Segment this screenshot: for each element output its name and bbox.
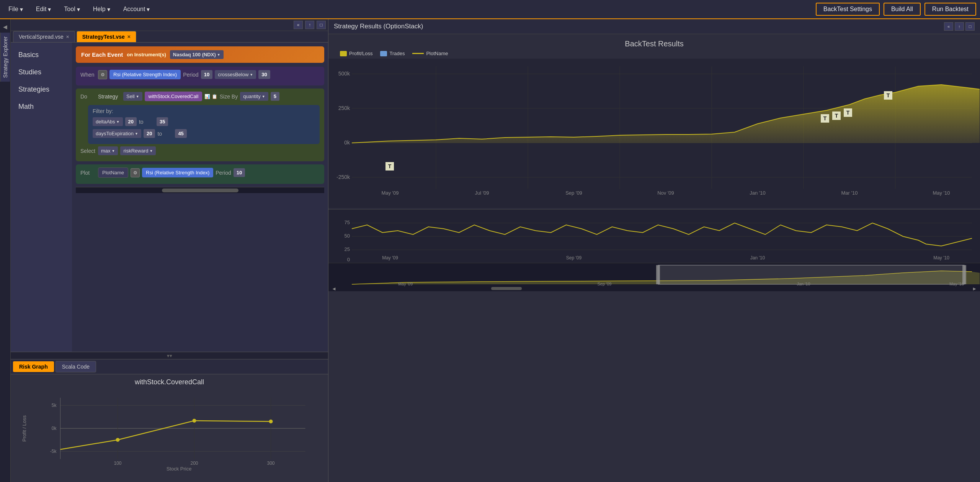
tab-risk-graph[interactable]: Risk Graph (13, 361, 54, 372)
up-left-btn[interactable]: ↑ (305, 21, 314, 29)
risk-reward-dropdown[interactable]: riskReward (120, 146, 156, 155)
left-panel: « ↑ □ VerticalSpread.vse ✕ StrategyTest.… (11, 19, 328, 482)
rsi-plot-block[interactable]: Rsi (Relative Strength Index) (142, 168, 213, 177)
svg-text:May '10: May '10 (933, 255, 949, 261)
for-each-block: For Each Event on Instrument(s) Nasdaq 1… (76, 46, 324, 63)
days-from[interactable]: 20 (144, 129, 155, 138)
menu-account[interactable]: Account ▾ (119, 3, 155, 15)
plot-block: Plot PlotName ⚙ Rsi (Relative Strength I… (76, 164, 324, 184)
tab-close-verticalspread[interactable]: ✕ (66, 34, 69, 39)
nav-basics[interactable]: Basics (11, 46, 72, 64)
collapse-right-btn[interactable]: « (944, 22, 953, 31)
up-right-btn[interactable]: ↑ (955, 22, 964, 31)
x-axis-label: Stock Price (34, 466, 324, 472)
svg-text:Sep '09: Sep '09 (565, 190, 582, 196)
svg-text:200: 200 (190, 461, 198, 466)
risk-graph-title: withStock.CoveredCall (15, 378, 324, 386)
svg-text:-5k: -5k (50, 449, 57, 454)
maximize-right-btn[interactable]: □ (965, 22, 975, 31)
sell-dropdown[interactable]: Sell (123, 92, 142, 101)
svg-text:Sep '09: Sep '09 (566, 255, 582, 261)
when-gear[interactable]: ⚙ (98, 70, 107, 79)
days-to[interactable]: 45 (175, 129, 186, 138)
period2-value[interactable]: 10 (234, 168, 245, 177)
risk-graph-area: withStock.CoveredCall Profit / Loss (11, 374, 328, 482)
tab-bar: VerticalSpread.vse ✕ StrategyTest.vse ✕ (11, 31, 328, 43)
tab-strategytest[interactable]: StrategyTest.vse ✕ (77, 31, 136, 42)
delta-from[interactable]: 20 (125, 117, 137, 126)
legend-trades-box (380, 51, 387, 56)
menu-tool[interactable]: Tool ▾ (59, 3, 84, 15)
svg-text:Jul '09: Jul '09 (475, 190, 489, 196)
nav-strategies[interactable]: Strategies (11, 81, 72, 98)
maximize-left-btn[interactable]: □ (317, 21, 326, 29)
crosses-below-value[interactable]: 30 (258, 70, 270, 79)
backtest-settings-button[interactable]: BackTest Settings (816, 3, 880, 16)
qty-value[interactable]: 5 (271, 92, 279, 101)
block-container: For Each Event on Instrument(s) Nasdaq 1… (76, 46, 324, 184)
svg-point-8 (116, 438, 120, 442)
svg-text:500k: 500k (338, 70, 350, 77)
canvas-scrollbar[interactable] (76, 187, 324, 193)
max-dropdown[interactable]: max (98, 146, 118, 155)
strategy-explorer-label[interactable]: Strategy Explorer (0, 33, 10, 82)
tab-close-strategytest[interactable]: ✕ (127, 34, 131, 39)
period-value[interactable]: 10 (201, 70, 212, 79)
quantity-dropdown[interactable]: quantity (240, 92, 268, 101)
nav-studies[interactable]: Studies (11, 64, 72, 81)
left-nav: Basics Studies Strategies Math (11, 43, 72, 352)
chart-legend: Profit/Loss Trades PlotName (328, 51, 980, 56)
bottom-panel: Risk Graph Scala Code withStock.CoveredC… (11, 359, 328, 482)
svg-text:-250k: -250k (336, 174, 350, 180)
h-scrollbar[interactable]: ◄ ► (328, 286, 980, 291)
filter-block: Filter by: deltaAbs 20 to 35 daysToExpir… (88, 105, 320, 144)
svg-text:May '09: May '09 (381, 190, 399, 196)
svg-rect-62 (656, 265, 660, 284)
run-backtest-button[interactable]: Run Backtest (924, 3, 976, 16)
svg-text:100: 100 (114, 461, 121, 466)
resize-handle[interactable]: ▾▾ (11, 352, 328, 359)
svg-rect-61 (658, 265, 964, 284)
delta-to[interactable]: 35 (157, 117, 168, 126)
svg-text:Mar '10: Mar '10 (841, 190, 858, 196)
tab-verticalspread[interactable]: VerticalSpread.vse ✕ (13, 31, 75, 42)
days-exp-dropdown[interactable]: daysToExpiration (93, 129, 141, 138)
svg-text:May '10: May '10 (933, 190, 950, 196)
svg-text:T: T (823, 115, 827, 121)
crosses-below-dropdown[interactable]: crossesBelow (215, 70, 256, 79)
svg-text:Jan '10: Jan '10 (750, 190, 766, 196)
sidebar-collapse-arrow[interactable]: ◀ (2, 23, 8, 31)
svg-text:0: 0 (347, 257, 350, 262)
menu-file[interactable]: File ▾ (4, 3, 28, 15)
build-all-button[interactable]: Build All (884, 3, 921, 16)
with-stock-block[interactable]: withStock.CoveredCall (145, 92, 203, 101)
plot-gear[interactable]: ⚙ (131, 168, 140, 177)
menu-edit[interactable]: Edit ▾ (31, 3, 56, 15)
menu-help[interactable]: Help ▾ (88, 3, 115, 15)
scroll-thumb[interactable] (162, 189, 238, 192)
h-scroll-thumb[interactable] (491, 287, 522, 290)
delta-abs-dropdown[interactable]: deltaAbs (93, 117, 123, 126)
svg-text:T: T (835, 113, 838, 119)
svg-text:25: 25 (345, 246, 350, 252)
svg-text:5k: 5k (52, 403, 57, 408)
svg-text:75: 75 (345, 220, 350, 225)
right-header: Strategy Results (OptionStack) « ↑ □ (328, 19, 980, 34)
svg-text:50: 50 (345, 233, 350, 239)
mini-overview: May '09 Sep '09 Jan '10 May '10 (328, 263, 980, 286)
rsi-block[interactable]: Rsi (Relative Strength Index) (109, 70, 181, 79)
svg-text:May '10: May '10 (949, 282, 964, 286)
collapse-left-btn[interactable]: « (294, 21, 303, 29)
risk-graph-svg: 5k 0k -5k 100 200 300 (34, 390, 324, 467)
nav-math[interactable]: Math (11, 98, 72, 115)
backtest-chart: BackTest Results Profit/Loss Trades Plot… (328, 34, 980, 482)
canvas-area: For Each Event on Instrument(s) Nasdaq 1… (72, 43, 328, 352)
svg-text:May '09: May '09 (398, 282, 413, 286)
tab-scala-code[interactable]: Scala Code (56, 361, 96, 372)
plot-name-block[interactable]: PlotName (98, 167, 128, 178)
chart-title: BackTest Results (328, 34, 980, 48)
instrument-dropdown[interactable]: Nasdaq 100 (NDX) (170, 50, 224, 59)
svg-text:May '09: May '09 (382, 255, 398, 261)
sidebar-strip: ◀ Strategy Explorer (0, 19, 11, 482)
svg-text:Nov '09: Nov '09 (657, 190, 674, 196)
